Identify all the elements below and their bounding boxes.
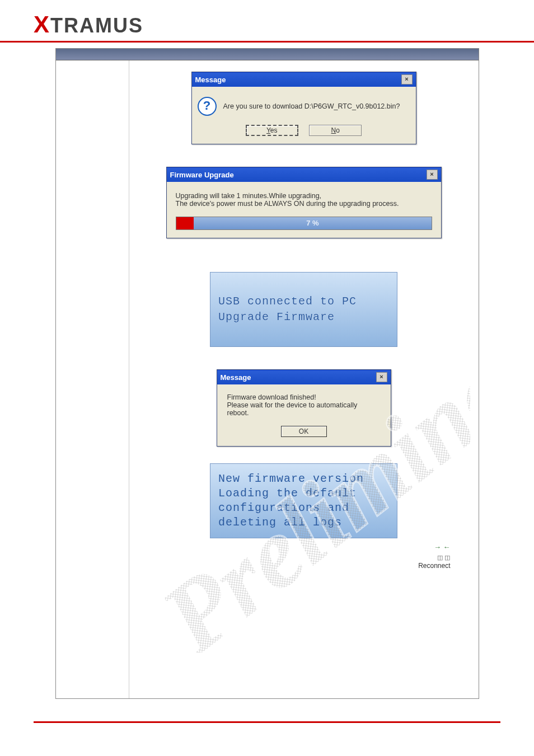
document-frame: Message × ? Are you sure to download D:\… [55, 48, 479, 699]
upgrade-title: Firmware Upgrade [170, 171, 234, 179]
lcd2-line4: deleting all logs [218, 515, 389, 530]
confirm-text: Are you sure to download D:\P6GW_RTC_v0.… [223, 102, 400, 110]
upgrade-line1: Upgrading will take 1 minutes.While upgr… [176, 192, 432, 200]
reconnect-arrows-icon: → ← [434, 543, 451, 551]
upgrade-line2: The device's power must be ALWAYS ON dur… [176, 200, 432, 208]
no-button[interactable]: No [309, 125, 362, 136]
yes-button[interactable]: Yes [246, 125, 298, 136]
progress-text: 7 % [194, 217, 431, 229]
finished-title: Message [221, 373, 251, 382]
reconnect-plug-icon: ◫ ◫ [437, 554, 450, 561]
lcd2-line2: Loading the default [218, 486, 389, 501]
brand-x: X [34, 11, 50, 37]
lcd2-line3: configurations and [218, 501, 389, 515]
finished-line1: Firmware download finished! [227, 393, 381, 401]
firmware-upgrade-dialog: Firmware Upgrade × Upgrading will take 1… [166, 167, 442, 238]
brand-rest: TRAMUS [50, 14, 143, 37]
frame-title-stripe [56, 49, 479, 60]
reconnect-label[interactable]: Reconnect [146, 562, 451, 570]
left-column [56, 60, 129, 698]
question-icon: ? [198, 97, 217, 116]
upgrade-titlebar: Firmware Upgrade × [167, 167, 441, 182]
progress-bar: 7 % [176, 217, 432, 230]
logo-bar: XTRAMUS [0, 0, 534, 43]
brand-logo: XTRAMUS [34, 14, 143, 37]
finished-line2: Please wait for the device to automatica… [227, 401, 381, 417]
confirm-download-dialog: Message × ? Are you sure to download D:\… [191, 72, 416, 144]
right-column: Message × ? Are you sure to download D:\… [129, 60, 479, 698]
reconnect-block: → ← ◫ ◫ Reconnect [146, 542, 462, 570]
finished-dialog: Message × Firmware download finished! Pl… [217, 369, 391, 447]
close-icon[interactable]: × [376, 372, 387, 382]
lcd-display-1: USB connected to PC Upgrade Firmware [210, 272, 397, 347]
lcd1-line1: USB connected to PC [218, 294, 389, 309]
close-icon[interactable]: × [427, 170, 438, 180]
ok-button[interactable]: OK [281, 426, 327, 437]
bottom-divider [34, 721, 500, 723]
lcd2-line1: New firmware version [218, 472, 389, 486]
lcd1-line2: Upgrade Firmware [218, 309, 389, 325]
close-icon[interactable]: × [401, 74, 413, 84]
confirm-title: Message [195, 76, 226, 84]
progress-fill [176, 217, 194, 229]
confirm-titlebar: Message × [192, 72, 416, 87]
lcd-display-2: New firmware version Loading the default… [210, 463, 397, 538]
finished-titlebar: Message × [217, 370, 391, 384]
